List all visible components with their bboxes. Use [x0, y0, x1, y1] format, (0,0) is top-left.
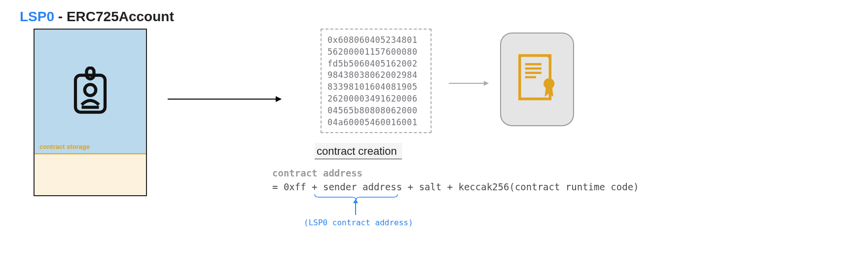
underbrace-arrow — [355, 200, 356, 215]
bytecode-line: 98438038062002984 — [327, 70, 425, 81]
arrow-to-contract — [449, 83, 488, 84]
diagram-title: LSP0 - ERC725Account — [20, 9, 174, 25]
title-erc: - ERC725Account — [54, 9, 174, 24]
bytecode-line: 56200001157600080 — [327, 46, 425, 58]
bytecode-line: 83398101604081905 — [327, 81, 425, 93]
bytecode-line: fd5b5060405162002 — [327, 58, 425, 70]
contract-storage-label: contract storage — [39, 143, 90, 150]
card-storage-area — [35, 153, 146, 196]
svg-point-2 — [85, 85, 96, 96]
deployed-contract-card — [500, 33, 574, 126]
svg-point-9 — [543, 78, 554, 89]
card-top: contract storage — [35, 30, 146, 153]
bytecode-box: 0x608060405234801 56200001157600080 fd5b… — [321, 29, 432, 133]
contract-creation-label: contract creation — [315, 143, 402, 159]
arrow-deploy — [168, 99, 281, 100]
bytecode-line: 04a60005460016001 — [327, 117, 425, 129]
svg-rect-1 — [87, 68, 94, 79]
title-lsp0: LSP0 — [20, 9, 54, 24]
formula-label: contract address — [272, 168, 362, 178]
lsp0-address-note: (LSP0 contract address) — [304, 218, 413, 227]
bytecode-line: 0x608060405234801 — [327, 35, 425, 46]
lsp0-account-card: contract storage — [34, 29, 147, 196]
formula-expression: = 0xff + sender address + salt + keccak2… — [272, 181, 639, 192]
bytecode-line: 26200003491620006 — [327, 93, 425, 105]
id-badge-icon — [68, 64, 112, 118]
certificate-icon — [515, 52, 559, 106]
bytecode-line: 04565b80808062000 — [327, 105, 425, 117]
